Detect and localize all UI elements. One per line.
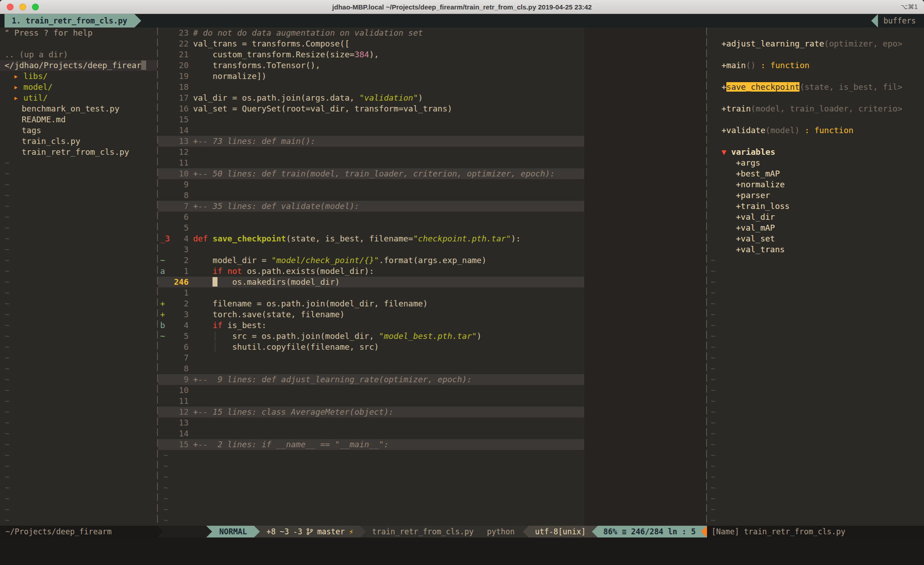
- tag-item[interactable]: +adjust_learning_rate(optimizer, epo>: [707, 38, 924, 49]
- line-text: os.makedirs(model_dir): [193, 277, 706, 287]
- editor-line[interactable]: 6: [158, 212, 706, 222]
- editor-line[interactable]: +2 filename = os.path.join(model_dir, fi…: [158, 298, 706, 309]
- tree-file-item[interactable]: train_retr_from_cls.py: [0, 147, 157, 157]
- editor-line[interactable]: 18: [158, 82, 706, 93]
- editor-cursor-line[interactable]: 246 os.makedirs(model_dir): [158, 277, 706, 287]
- command-line-area[interactable]: [0, 537, 924, 565]
- cwd-text: ~/Projects/deep_firearm: [5, 526, 111, 537]
- minimize-button[interactable]: [19, 4, 26, 10]
- tag-item[interactable]: +train(model, train_loader, criterio>: [707, 103, 924, 114]
- editor-line[interactable]: 6 │ shutil.copyfile(filename, src): [158, 342, 706, 352]
- tag-variable-item[interactable]: +val_mAP: [707, 222, 924, 233]
- tag-variable-item[interactable]: +val_set: [707, 233, 924, 244]
- tree-empty-line: ~: [0, 190, 157, 201]
- powerline-arrow-icon: [254, 526, 260, 537]
- tree-file-item[interactable]: benchmark_on_test.py: [0, 103, 157, 114]
- tag-variable-item[interactable]: +val_trans: [707, 244, 924, 255]
- editor-line[interactable]: 1: [158, 287, 706, 298]
- editor-line[interactable]: 14: [158, 125, 706, 136]
- tag-item[interactable]: +save_checkpoint(state, is_best, fil>: [707, 82, 924, 93]
- editor-fold-line[interactable]: 15+-- 2 lines: if __name__ == "__main__"…: [158, 439, 706, 450]
- tree-file-label: train_retr_from_cls.py: [22, 147, 129, 157]
- tag-variable-item[interactable]: +args: [707, 157, 924, 168]
- editor-line[interactable]: 22val_trans = transforms.Compose([: [158, 38, 706, 49]
- editor-line[interactable]: _34def save_checkpoint(state, is_best, f…: [158, 233, 706, 244]
- tag-variable-item[interactable]: +best_mAP: [707, 168, 924, 179]
- editor-line[interactable]: 3: [158, 244, 706, 255]
- line-number: 2: [170, 255, 193, 266]
- tag-variable-item[interactable]: +val_dir: [707, 212, 924, 222]
- editor-line[interactable]: 12: [158, 147, 706, 157]
- tilde-marker: ~: [0, 396, 9, 406]
- editor-line[interactable]: a1 if not os.path.exists(model_dir):: [158, 266, 706, 277]
- tree-up-dir[interactable]: .. (up a dir): [0, 49, 157, 60]
- gutter-sign: [158, 417, 170, 428]
- tag-name: +val_mAP: [736, 223, 775, 232]
- editor-fold-line[interactable]: 9+-- 9 lines: def adjust_learning_rate(o…: [158, 374, 706, 385]
- tree-root-path[interactable]: </jdhao/Projects/deep_firear: [0, 60, 157, 71]
- editor-line[interactable]: 8: [158, 190, 706, 201]
- editor-line[interactable]: 19 normalize]): [158, 71, 706, 82]
- editor-line[interactable]: 11: [158, 157, 706, 168]
- tilde-marker: ~: [0, 472, 9, 482]
- tree-dir-item[interactable]: ▸ libs/: [0, 71, 157, 82]
- tree-file-item[interactable]: README.md: [0, 114, 157, 125]
- tree-file-item[interactable]: train_cls.py: [0, 136, 157, 147]
- editor-line[interactable]: 13: [158, 417, 706, 428]
- tree-empty-line: ~: [0, 342, 157, 352]
- tilde-marker: ~: [707, 310, 716, 319]
- editor-line[interactable]: 14: [158, 428, 706, 439]
- tagbar-blank-line: [707, 49, 924, 60]
- editor-line[interactable]: 9: [158, 179, 706, 190]
- code-segment: +-- 50 lines: def train(model, train_loa…: [193, 169, 555, 178]
- editor-line[interactable]: ~2 model_dir = "model/check_point/{}".fo…: [158, 255, 706, 266]
- editor-line[interactable]: +3 torch.save(state, filename): [158, 309, 706, 320]
- editor-fold-line[interactable]: 7+-- 35 lines: def validate(model):: [158, 201, 706, 212]
- editor-line[interactable]: 5: [158, 222, 706, 233]
- gutter-sign: [158, 93, 170, 103]
- line-number: 19: [170, 71, 193, 82]
- code-segment: ),: [369, 50, 379, 59]
- tag-item[interactable]: +validate(model) : function: [707, 125, 924, 136]
- editor-line[interactable]: b4 if is_best:: [158, 320, 706, 331]
- code-segment: shutil.copyfile(filename, src): [217, 342, 379, 352]
- tag-item[interactable]: ▼ variables: [707, 147, 924, 157]
- code-segment: is_best:: [222, 320, 267, 330]
- editor-line[interactable]: 7: [158, 352, 706, 363]
- editor-line[interactable]: ~5 │ src = os.path.join(model_dir, "mode…: [158, 331, 706, 342]
- tag-variable-item[interactable]: +train_loss: [707, 201, 924, 212]
- tag-name: +: [721, 82, 726, 92]
- tilde-marker: ~: [0, 440, 9, 449]
- line-text: [193, 157, 706, 168]
- tilde-marker: ~: [0, 515, 9, 525]
- warning-wedge-icon: [701, 526, 707, 537]
- tagbar-blank-line: [707, 114, 924, 125]
- editor-line[interactable]: 10: [158, 385, 706, 396]
- zoom-button[interactable]: [32, 4, 39, 10]
- editor-line[interactable]: 8: [158, 363, 706, 374]
- close-button[interactable]: [7, 4, 14, 10]
- tag-variable-item[interactable]: +normalize: [707, 179, 924, 190]
- gutter-sign: [158, 179, 170, 190]
- tag-item[interactable]: +main() : function: [707, 60, 924, 71]
- editor-line[interactable]: 20 transforms.ToTensor(),: [158, 60, 706, 71]
- tree-dir-item[interactable]: ▸ model/: [0, 82, 157, 93]
- line-number: 246: [170, 277, 193, 287]
- tree-file-item[interactable]: tags: [0, 125, 157, 136]
- editor-fold-line[interactable]: 12+-- 15 lines: class AverageMeter(objec…: [158, 407, 706, 417]
- editor-fold-line[interactable]: 10+-- 50 lines: def train(model, train_l…: [158, 168, 706, 179]
- tree-dir-item[interactable]: ▸ util/: [0, 93, 157, 103]
- editor-line[interactable]: 23# do not do data augmentation on valid…: [158, 28, 706, 38]
- tag-variable-item[interactable]: +parser: [707, 190, 924, 201]
- editor-line[interactable]: 15: [158, 114, 706, 125]
- tilde-marker: ~: [158, 494, 168, 503]
- code-segment: (state, is_best, filename=: [286, 234, 413, 243]
- editor-line[interactable]: 16val_set = QuerySet(root=val_dir, trans…: [158, 103, 706, 114]
- editor-line[interactable]: 21 custom_transform.Resize(size=384),: [158, 49, 706, 60]
- editor-fold-line[interactable]: 13+-- 73 lines: def main():: [158, 136, 706, 147]
- editor-line[interactable]: 17val_dir = os.path.join(args.data, "val…: [158, 93, 706, 103]
- tagbar-empty-line: ~: [707, 266, 924, 277]
- tree-empty-line: ~: [0, 493, 157, 504]
- editor-line[interactable]: 11: [158, 396, 706, 407]
- tab-active[interactable]: 1. train_retr_from_cls.py: [5, 14, 134, 28]
